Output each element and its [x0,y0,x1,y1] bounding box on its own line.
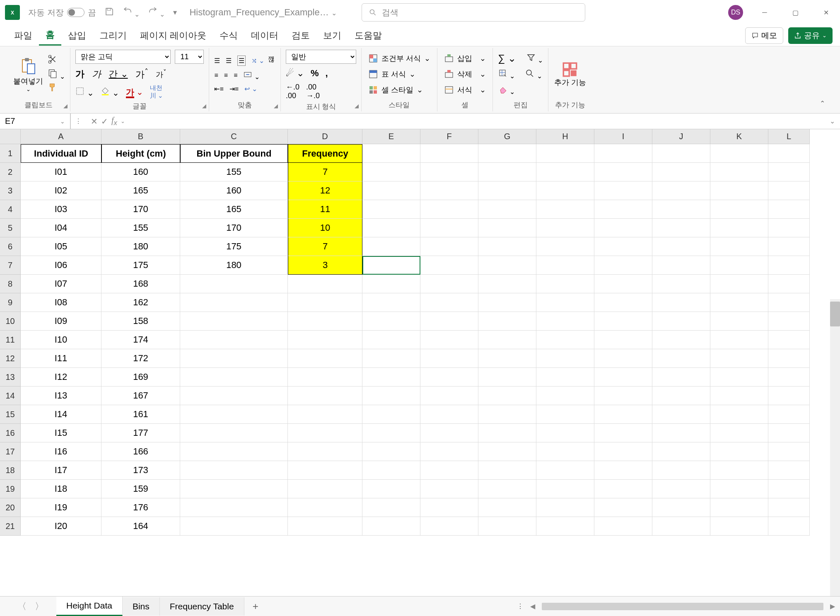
cell-C1[interactable]: Bin Upper Bound [180,144,288,163]
cell-I3[interactable] [594,181,652,200]
decrease-indent-icon[interactable]: ⇤≡ [214,85,223,93]
cell-I4[interactable] [594,200,652,219]
cell-H2[interactable] [536,163,594,181]
cell-K19[interactable] [710,480,768,498]
save-icon[interactable] [104,7,114,18]
cell-I2[interactable] [594,163,652,181]
cell-L12[interactable] [768,349,810,368]
cell-D7[interactable]: 3 [288,256,362,275]
cell-C3[interactable]: 160 [180,181,288,200]
cell-C2[interactable]: 155 [180,163,288,181]
insert-cells-button[interactable]: 삽입 ⌄ [442,53,488,64]
cell-H11[interactable] [536,331,594,349]
cell-A4[interactable]: I03 [21,200,101,219]
cell-I10[interactable] [594,312,652,331]
cell-L1[interactable] [768,144,810,163]
cell-E17[interactable] [362,442,420,461]
cell-E9[interactable] [362,293,420,312]
wrap-text-icon[interactable]: ↩ ⌄ [244,85,257,93]
cell-G14[interactable] [478,387,536,405]
cell-L5[interactable] [768,219,810,237]
cell-D12[interactable] [288,349,362,368]
cell-A10[interactable]: I09 [21,312,101,331]
column-header-e[interactable]: E [362,129,420,144]
row-header-12[interactable]: 12 [0,349,21,368]
comma-format-icon[interactable]: , [326,68,328,79]
cell-B17[interactable]: 166 [101,442,180,461]
cell-E8[interactable] [362,275,420,293]
cell-E6[interactable] [362,237,420,256]
cell-D21[interactable] [288,517,362,536]
close-button[interactable]: ✕ [817,3,835,22]
row-header-13[interactable]: 13 [0,368,21,387]
phonetic-button[interactable]: 내천川 ⌄ [150,84,163,100]
collapse-ribbon-button[interactable]: ⌃ [811,95,833,111]
cell-F17[interactable] [420,442,478,461]
cell-I16[interactable] [594,424,652,442]
autosave-toggle[interactable]: 자동 저장 끔 [28,7,96,18]
sheet-options-icon[interactable]: ⋮ [517,602,524,610]
column-header-a[interactable]: A [21,129,101,144]
sheet-tab-height-data[interactable]: Height Data [56,597,123,616]
cell-G12[interactable] [478,349,536,368]
cell-L17[interactable] [768,442,810,461]
cell-J2[interactable] [652,163,710,181]
cell-J1[interactable] [652,144,710,163]
row-header-21[interactable]: 21 [0,517,21,536]
minimize-button[interactable]: ─ [756,3,774,22]
share-button[interactable]: 공유 ⌄ [788,27,833,44]
copy-icon[interactable]: ⌄ [47,68,65,80]
decrease-font-button[interactable]: 가˅ [156,68,167,80]
cell-A2[interactable]: I01 [21,163,101,181]
tab-formulas[interactable]: 수식 [213,26,244,45]
cell-I13[interactable] [594,368,652,387]
cell-J13[interactable] [652,368,710,387]
cell-F13[interactable] [420,368,478,387]
cell-B21[interactable]: 164 [101,517,180,536]
cell-F5[interactable] [420,219,478,237]
cell-L20[interactable] [768,498,810,517]
cell-F12[interactable] [420,349,478,368]
cell-J11[interactable] [652,331,710,349]
cell-C17[interactable] [180,442,288,461]
cell-B1[interactable]: Height (cm) [101,144,180,163]
cell-K14[interactable] [710,387,768,405]
cell-L6[interactable] [768,237,810,256]
cell-D17[interactable] [288,442,362,461]
cell-J21[interactable] [652,517,710,536]
italic-button[interactable]: 가 [92,68,101,80]
comments-button[interactable]: 메모 [745,27,783,44]
cell-I14[interactable] [594,387,652,405]
cell-A14[interactable]: I13 [21,387,101,405]
row-header-17[interactable]: 17 [0,442,21,461]
table-format-button[interactable]: 표 서식 ⌄ [367,68,432,80]
cell-F8[interactable] [420,275,478,293]
cell-G20[interactable] [478,498,536,517]
cell-B19[interactable]: 159 [101,480,180,498]
cell-K12[interactable] [710,349,768,368]
search-input[interactable]: 검색 [362,3,585,22]
align-center-icon[interactable]: ≡ [224,72,228,79]
borders-button[interactable]: ⌄ [75,87,94,98]
cell-C20[interactable] [180,498,288,517]
cell-J20[interactable] [652,498,710,517]
cell-F2[interactable] [420,163,478,181]
cell-A5[interactable]: I04 [21,219,101,237]
cell-G13[interactable] [478,368,536,387]
cell-B13[interactable]: 169 [101,368,180,387]
autosum-button[interactable]: ∑ ⌄ [498,53,516,64]
cell-G4[interactable] [478,200,536,219]
cell-L3[interactable] [768,181,810,200]
cell-F18[interactable] [420,461,478,480]
add-sheet-button[interactable]: + [244,597,267,616]
cell-H18[interactable] [536,461,594,480]
cell-I11[interactable] [594,331,652,349]
tab-insert[interactable]: 삽입 [61,26,93,45]
cell-J5[interactable] [652,219,710,237]
row-header-1[interactable]: 1 [0,144,21,163]
cell-L11[interactable] [768,331,810,349]
cell-F7[interactable] [420,256,478,275]
cell-H6[interactable] [536,237,594,256]
cell-H12[interactable] [536,349,594,368]
cell-B6[interactable]: 180 [101,237,180,256]
